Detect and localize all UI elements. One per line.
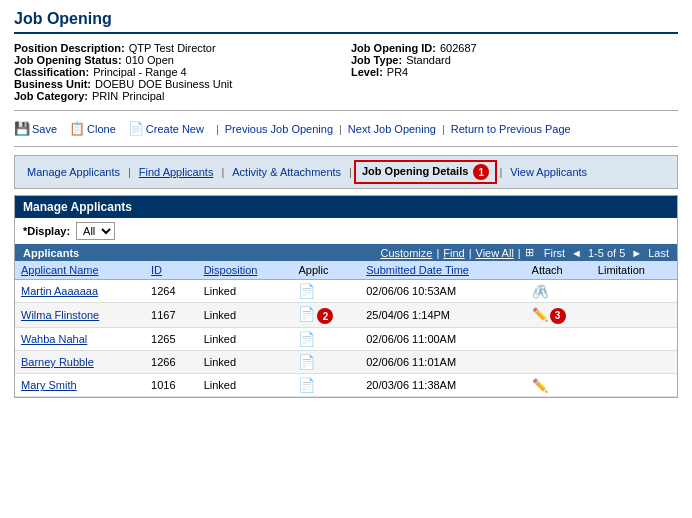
prev-job-link[interactable]: Previous Job Opening xyxy=(225,123,333,135)
table-row: Wahba Nahal1265Linked📄02/06/06 11:00AM xyxy=(15,328,677,351)
table-row: Barney Rubble1266Linked📄02/06/06 11:01AM xyxy=(15,351,677,374)
job-category-row: Job Category: PRIN Principal xyxy=(14,90,341,102)
clip-icon[interactable]: 🖇️ xyxy=(532,284,548,299)
clone-button[interactable]: 📋 Clone xyxy=(69,121,116,136)
col-applic: Applic xyxy=(292,261,360,280)
divider-2 xyxy=(14,146,678,147)
job-category-name: Principal xyxy=(122,90,164,102)
business-unit-name: DOE Business Unit xyxy=(138,78,232,90)
job-type-value: Standard xyxy=(406,54,451,66)
cell-attach: 🖇️ xyxy=(526,280,592,303)
opening-id-value: 602687 xyxy=(440,42,477,54)
view-all-link[interactable]: View All xyxy=(476,247,514,259)
cell-submitted: 25/04/06 1:14PM xyxy=(360,303,525,328)
classification-label: Classification: xyxy=(14,66,89,78)
col-submitted[interactable]: Submitted Date Time xyxy=(360,261,525,280)
job-details-grid: Position Description: QTP Test Director … xyxy=(14,42,678,102)
create-new-label: Create New xyxy=(146,123,204,135)
applicant-name-link[interactable]: Wilma Flinstone xyxy=(21,309,99,321)
col-id[interactable]: ID xyxy=(145,261,198,280)
cell-name: Mary Smith xyxy=(15,374,145,397)
cell-submitted: 02/06/06 11:01AM xyxy=(360,351,525,374)
pencil-icon[interactable]: ✏️ xyxy=(532,378,548,393)
position-value: QTP Test Director xyxy=(129,42,216,54)
sep-4: | xyxy=(339,123,342,135)
applicant-name-link[interactable]: Mary Smith xyxy=(21,379,77,391)
save-button[interactable]: 💾 Save xyxy=(14,121,57,136)
position-row: Position Description: QTP Test Director xyxy=(14,42,341,54)
document-icon[interactable]: 📄 xyxy=(298,283,315,299)
tabs-bar: Manage Applicants | Find Applicants | Ac… xyxy=(14,155,678,189)
divider-1 xyxy=(14,110,678,111)
tab-find-applicants[interactable]: Find Applicants xyxy=(133,164,220,180)
applicants-label: Applicants xyxy=(23,247,79,259)
cell-attach: ✏️3 xyxy=(526,303,592,328)
cell-disposition: Linked xyxy=(198,374,293,397)
cell-attach xyxy=(526,328,592,351)
tab-activity-attachments[interactable]: Activity & Attachments xyxy=(226,164,347,180)
status-value: 010 Open xyxy=(126,54,174,66)
page-title: Job Opening xyxy=(14,10,678,34)
tab-view-applicants[interactable]: View Applicants xyxy=(504,164,593,180)
document-icon[interactable]: 📄 xyxy=(298,377,315,393)
cell-name: Wilma Flinstone xyxy=(15,303,145,328)
job-category-label: Job Category: xyxy=(14,90,88,102)
cell-name: Barney Rubble xyxy=(15,351,145,374)
col-limitation: Limitation xyxy=(592,261,677,280)
job-type-label: Job Type: xyxy=(351,54,402,66)
pencil-icon[interactable]: ✏️ xyxy=(532,307,548,322)
applicant-name-link[interactable]: Martin Aaaaaaa xyxy=(21,285,98,297)
applicants-table: Applicant Name ID Disposition Applic Sub… xyxy=(15,261,677,397)
classification-row: Classification: Principal - Range 4 xyxy=(14,66,341,78)
cell-name: Martin Aaaaaaa xyxy=(15,280,145,303)
col-attach: Attach xyxy=(526,261,592,280)
status-label: Job Opening Status: xyxy=(14,54,122,66)
sep-3: | xyxy=(216,123,219,135)
cell-applic: 📄 xyxy=(292,351,360,374)
tab-manage-applicants[interactable]: Manage Applicants xyxy=(21,164,126,180)
applicant-name-link[interactable]: Barney Rubble xyxy=(21,356,94,368)
display-row: *Display: All xyxy=(15,218,677,244)
position-label: Position Description: xyxy=(14,42,125,54)
document-icon[interactable]: 📄 xyxy=(298,306,315,322)
business-unit-row: Business Unit: DOEBU DOE Business Unit xyxy=(14,78,341,90)
cell-applic: 📄 xyxy=(292,374,360,397)
customize-link[interactable]: Customize xyxy=(380,247,432,259)
cell-id: 1264 xyxy=(145,280,198,303)
manage-applicants-section: Manage Applicants *Display: All Applican… xyxy=(14,195,678,398)
level-label: Level: xyxy=(351,66,383,78)
job-category-code: PRIN xyxy=(92,90,118,102)
cell-id: 1266 xyxy=(145,351,198,374)
col-name[interactable]: Applicant Name xyxy=(15,261,145,280)
cell-applic: 📄2 xyxy=(292,303,360,328)
return-link[interactable]: Return to Previous Page xyxy=(451,123,571,135)
create-new-button[interactable]: 📄 Create New xyxy=(128,121,204,136)
save-label: Save xyxy=(32,123,57,135)
document-icon[interactable]: 📄 xyxy=(298,354,315,370)
pagination-text: 1-5 of 5 xyxy=(588,247,625,259)
find-link[interactable]: Find xyxy=(443,247,464,259)
cell-attach: ✏️ xyxy=(526,374,592,397)
cell-applic: 📄 xyxy=(292,280,360,303)
right-details: Job Opening ID: 602687 Job Type: Standar… xyxy=(351,42,678,102)
cell-disposition: Linked xyxy=(198,328,293,351)
col-disposition[interactable]: Disposition xyxy=(198,261,293,280)
cell-limitation xyxy=(592,303,677,328)
document-icon[interactable]: 📄 xyxy=(298,331,315,347)
applicants-table-header: Applicants Customize | Find | View All |… xyxy=(15,244,677,261)
toolbar: 💾 Save 📋 Clone 📄 Create New | Previous J… xyxy=(14,117,678,140)
sep-5: | xyxy=(442,123,445,135)
table-row: Martin Aaaaaaa1264Linked📄02/06/06 10:53A… xyxy=(15,280,677,303)
display-select[interactable]: All xyxy=(76,222,115,240)
clone-label: Clone xyxy=(87,123,116,135)
cell-submitted: 02/06/06 10:53AM xyxy=(360,280,525,303)
cell-limitation xyxy=(592,374,677,397)
applicant-name-link[interactable]: Wahba Nahal xyxy=(21,333,87,345)
badge-2: 2 xyxy=(317,308,333,324)
level-value: PR4 xyxy=(387,66,408,78)
tab-job-opening-details[interactable]: Job Opening Details 1 xyxy=(354,160,497,184)
next-job-link[interactable]: Next Job Opening xyxy=(348,123,436,135)
table-row: Mary Smith1016Linked📄20/03/06 11:38AM✏️ xyxy=(15,374,677,397)
table-controls: Customize | Find | View All | ⊞ First ◄ … xyxy=(380,246,669,259)
cell-id: 1016 xyxy=(145,374,198,397)
